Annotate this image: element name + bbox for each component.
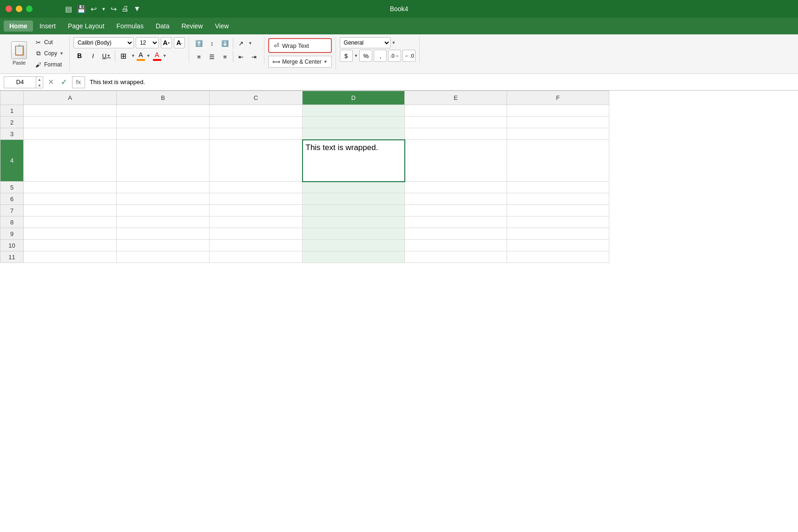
merge-center-button[interactable]: ⟺ Merge & Center ▼: [268, 56, 332, 68]
cell-f8[interactable]: [507, 217, 609, 228]
borders-dropdown-icon[interactable]: ▼: [131, 53, 135, 58]
number-format-select[interactable]: General: [340, 37, 391, 48]
align-top-button[interactable]: ⬆️: [193, 37, 205, 49]
increase-indent-button[interactable]: ⇥: [248, 51, 260, 63]
cell-c6[interactable]: [210, 193, 303, 205]
align-middle-button[interactable]: ↕: [206, 37, 218, 49]
menu-page-layout[interactable]: Page Layout: [62, 20, 110, 32]
minimize-button[interactable]: [16, 6, 22, 12]
cell-b11[interactable]: [117, 251, 210, 263]
save-icon[interactable]: 💾: [77, 5, 86, 13]
paste-button[interactable]: 📋 Paste: [7, 39, 31, 67]
font-size-decrease-button[interactable]: A-: [174, 37, 185, 48]
align-left-button[interactable]: ≡: [193, 51, 205, 63]
font-size-select[interactable]: 12: [136, 37, 159, 48]
underline-button[interactable]: U ▼: [100, 50, 112, 62]
close-button[interactable]: [6, 6, 12, 12]
fx-button[interactable]: fx: [72, 76, 85, 88]
wrap-text-button[interactable]: ⏎ Wrap Text: [268, 38, 332, 53]
cell-d7[interactable]: [303, 205, 405, 217]
italic-button[interactable]: I: [87, 50, 99, 62]
cell-a11[interactable]: [24, 251, 117, 263]
cell-e6[interactable]: [405, 193, 507, 205]
cell-c9[interactable]: [210, 228, 303, 240]
menu-data[interactable]: Data: [150, 20, 175, 32]
cell-f6[interactable]: [507, 193, 609, 205]
row-header-5[interactable]: 5: [0, 182, 24, 193]
percent-button[interactable]: %: [359, 50, 372, 62]
maximize-button[interactable]: [26, 6, 33, 12]
cell-ref-up-arrow[interactable]: ▲: [36, 77, 43, 83]
cell-f11[interactable]: [507, 251, 609, 263]
col-header-d[interactable]: D: [303, 91, 405, 105]
currency-button[interactable]: $: [340, 50, 353, 62]
sidebar-icon[interactable]: ▤: [65, 5, 72, 13]
borders-button[interactable]: ⊞: [118, 50, 130, 62]
align-center-button[interactable]: ☰: [206, 51, 218, 63]
menu-insert[interactable]: Insert: [34, 20, 61, 32]
cell-a6[interactable]: [24, 193, 117, 205]
cell-e5[interactable]: [405, 182, 507, 193]
formula-confirm-button[interactable]: ✓: [59, 77, 69, 87]
cell-a8[interactable]: [24, 217, 117, 228]
cell-a10[interactable]: [24, 240, 117, 251]
cell-c5[interactable]: [210, 182, 303, 193]
cell-a2[interactable]: [24, 117, 117, 128]
cell-a5[interactable]: [24, 182, 117, 193]
cell-d9[interactable]: [303, 228, 405, 240]
cell-d2[interactable]: [303, 117, 405, 128]
cell-f3[interactable]: [507, 128, 609, 140]
cell-d1[interactable]: [303, 105, 405, 117]
undo-dropdown-icon[interactable]: ▼: [101, 7, 106, 12]
cell-b6[interactable]: [117, 193, 210, 205]
menu-home[interactable]: Home: [4, 20, 33, 32]
decrease-decimal-button[interactable]: ←.0: [402, 50, 415, 62]
align-right-button[interactable]: ≡: [219, 51, 231, 63]
fill-color-dropdown-icon[interactable]: ▼: [146, 53, 151, 58]
cell-c8[interactable]: [210, 217, 303, 228]
number-format-dropdown-icon[interactable]: ▼: [392, 40, 396, 45]
currency-dropdown-icon[interactable]: ▼: [354, 53, 358, 58]
cell-f1[interactable]: [507, 105, 609, 117]
row-header-7[interactable]: 7: [0, 205, 24, 217]
decrease-indent-button[interactable]: ⇤: [235, 51, 247, 63]
row-header-3[interactable]: 3: [0, 128, 24, 140]
font-color-dropdown-icon[interactable]: ▼: [163, 53, 167, 58]
print-icon[interactable]: 🖨: [121, 5, 129, 13]
cell-a1[interactable]: [24, 105, 117, 117]
format-painter-button[interactable]: 🖌 Format: [33, 59, 66, 70]
cell-e2[interactable]: [405, 117, 507, 128]
row-header-11[interactable]: 11: [0, 251, 24, 263]
row-header-1[interactable]: 1: [0, 105, 24, 117]
cell-c11[interactable]: [210, 251, 303, 263]
cell-b8[interactable]: [117, 217, 210, 228]
cell-e8[interactable]: [405, 217, 507, 228]
row-header-8[interactable]: 8: [0, 217, 24, 228]
cell-e10[interactable]: [405, 240, 507, 251]
copy-dropdown-icon[interactable]: ▼: [59, 51, 64, 56]
cell-e11[interactable]: [405, 251, 507, 263]
font-size-increase-button[interactable]: A+: [161, 37, 172, 48]
cell-d3[interactable]: [303, 128, 405, 140]
row-header-6[interactable]: 6: [0, 193, 24, 205]
col-header-e[interactable]: E: [405, 91, 507, 105]
cell-a7[interactable]: [24, 205, 117, 217]
cell-c4[interactable]: [210, 140, 303, 182]
cell-a4[interactable]: [24, 140, 117, 182]
cell-ref-down-arrow[interactable]: ▼: [36, 83, 43, 89]
cell-c3[interactable]: [210, 128, 303, 140]
cell-c2[interactable]: [210, 117, 303, 128]
cell-reference-box[interactable]: D4: [4, 76, 36, 88]
cut-button[interactable]: ✂ Cut: [33, 37, 66, 47]
cell-f5[interactable]: [507, 182, 609, 193]
cell-b4[interactable]: [117, 140, 210, 182]
formula-cancel-button[interactable]: ✕: [46, 77, 56, 87]
cell-b7[interactable]: [117, 205, 210, 217]
cell-d8[interactable]: [303, 217, 405, 228]
cell-c7[interactable]: [210, 205, 303, 217]
menu-formulas[interactable]: Formulas: [111, 20, 149, 32]
text-direction-dropdown-icon[interactable]: ▼: [248, 41, 252, 46]
font-color-button[interactable]: A: [153, 51, 161, 61]
col-header-c[interactable]: C: [210, 91, 303, 105]
cell-c10[interactable]: [210, 240, 303, 251]
